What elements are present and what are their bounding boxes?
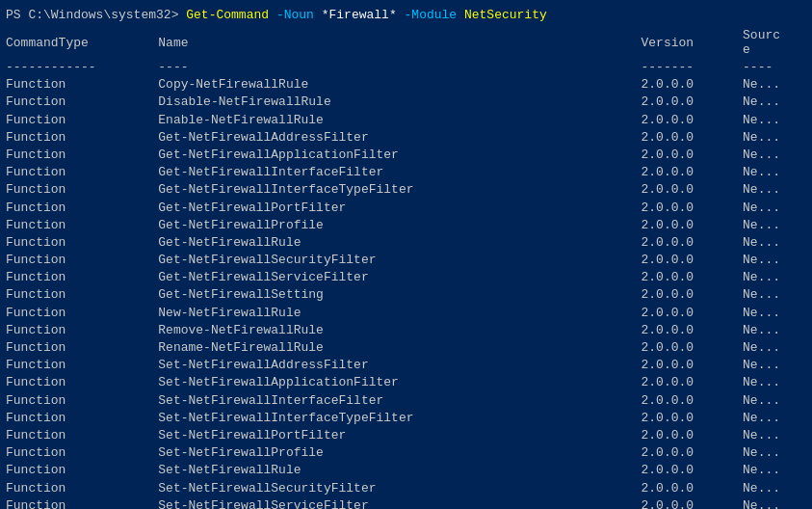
cell-23-1: Set-NetFirewallSecurityFilter (158, 480, 641, 497)
cell-19-1: Set-NetFirewallInterfaceTypeFilter (158, 410, 641, 427)
command-get: Get-Command (186, 8, 269, 22)
cell-16-2: 2.0.0.0 (642, 357, 744, 374)
prompt-text: PS C:\Windows\system32> (6, 8, 186, 22)
cell-13-3: Ne... (743, 305, 806, 322)
output-table: CommandType Name Version Source --------… (6, 28, 806, 509)
cell-21-0: Function (6, 444, 158, 462)
cell-3-1: Get-NetFirewallAddressFilter (158, 129, 641, 147)
col-header-version: Version (642, 28, 744, 59)
cell-24-1: Set-NetFirewallServiceFilter (158, 497, 641, 509)
cell-15-2: 2.0.0.0 (642, 339, 744, 357)
cell-5-0: Function (6, 164, 158, 181)
cell-1-2: 2.0.0.0 (642, 94, 744, 111)
cell-3-2: 2.0.0.0 (642, 129, 744, 147)
cell-18-1: Set-NetFirewallInterfaceFilter (158, 392, 641, 410)
cell-11-2: 2.0.0.0 (642, 269, 744, 286)
cell-20-3: Ne... (743, 427, 806, 444)
col-header-source: Source (743, 28, 806, 59)
cell-22-0: Function (6, 462, 158, 479)
cell-24-3: Ne... (743, 497, 806, 509)
cell-23-0: Function (6, 480, 158, 497)
cell-11-3: Ne... (743, 269, 806, 286)
cell-2-2: 2.0.0.0 (642, 112, 744, 129)
cell-2-1: Enable-NetFirewallRule (158, 112, 641, 129)
cell-2-0: Function (6, 112, 158, 129)
cell-3-3: Ne... (743, 129, 806, 147)
col-header-name: Name (158, 28, 641, 59)
cell-24-0: Function (6, 497, 158, 509)
cell-5-3: Ne... (743, 164, 806, 181)
cell-7-1: Get-NetFirewallPortFilter (158, 200, 641, 217)
cell-1-1: Disable-NetFirewallRule (158, 94, 641, 111)
cell-6-3: Ne... (743, 181, 806, 199)
table-row: FunctionEnable-NetFirewallRule2.0.0.0Ne.… (6, 112, 806, 129)
table-row: FunctionGet-NetFirewallSecurityFilter2.0… (6, 252, 806, 269)
table-row: FunctionGet-NetFirewallInterfaceTypeFilt… (6, 181, 806, 199)
cell-8-2: 2.0.0.0 (642, 217, 744, 234)
prompt-line: PS C:\Windows\system32> Get-Command -Nou… (6, 8, 806, 22)
cell-12-1: Get-NetFirewallSetting (158, 286, 641, 304)
table-row: FunctionSet-NetFirewallApplicationFilter… (6, 374, 806, 391)
table-row: FunctionSet-NetFirewallRule2.0.0.0Ne... (6, 462, 806, 479)
cell-20-1: Set-NetFirewallPortFilter (158, 427, 641, 444)
cell-9-3: Ne... (743, 234, 806, 252)
cell-4-1: Get-NetFirewallApplicationFilter (158, 147, 641, 164)
cell-2-3: Ne... (743, 112, 806, 129)
cell-4-2: 2.0.0.0 (642, 147, 744, 164)
table-row: FunctionSet-NetFirewallServiceFilter2.0.… (6, 497, 806, 509)
table-row: FunctionGet-NetFirewallAddressFilter2.0.… (6, 129, 806, 147)
cell-8-1: Get-NetFirewallProfile (158, 217, 641, 234)
cell-17-1: Set-NetFirewallApplicationFilter (158, 374, 641, 391)
cell-21-1: Set-NetFirewallProfile (158, 444, 641, 462)
cell-22-3: Ne... (743, 462, 806, 479)
cell-10-0: Function (6, 252, 158, 269)
cell-22-1: Set-NetFirewallRule (158, 462, 641, 479)
table-row: FunctionCopy-NetFirewallRule2.0.0.0Ne... (6, 76, 806, 94)
table-row: FunctionSet-NetFirewallProfile2.0.0.0Ne.… (6, 444, 806, 462)
cell-19-0: Function (6, 410, 158, 427)
cell-12-0: Function (6, 286, 158, 304)
cell-11-0: Function (6, 269, 158, 286)
cell-24-2: 2.0.0.0 (642, 497, 744, 509)
cell-0-1: Copy-NetFirewallRule (158, 76, 641, 94)
param-module: -Module (405, 8, 458, 22)
cell-6-0: Function (6, 181, 158, 199)
value-netsecurity: NetSecurity (464, 8, 547, 22)
cell-15-1: Rename-NetFirewallRule (158, 339, 641, 357)
cell-9-1: Get-NetFirewallRule (158, 234, 641, 252)
sep-type: ------------ (6, 59, 158, 76)
cell-15-3: Ne... (743, 339, 806, 357)
sep-version: ------- (642, 59, 744, 76)
param-noun: -Noun (276, 8, 314, 22)
cell-5-2: 2.0.0.0 (642, 164, 744, 181)
cell-10-2: 2.0.0.0 (642, 252, 744, 269)
sep-source: ---- (743, 59, 806, 76)
cell-19-2: 2.0.0.0 (642, 410, 744, 427)
cell-0-2: 2.0.0.0 (642, 76, 744, 94)
cell-22-2: 2.0.0.0 (642, 462, 744, 479)
table-row: FunctionRemove-NetFirewallRule2.0.0.0Ne.… (6, 322, 806, 339)
sep-name: ---- (158, 59, 641, 76)
cell-13-0: Function (6, 305, 158, 322)
table-row: FunctionSet-NetFirewallPortFilter2.0.0.0… (6, 427, 806, 444)
cell-17-0: Function (6, 374, 158, 391)
cell-9-0: Function (6, 234, 158, 252)
cell-7-2: 2.0.0.0 (642, 200, 744, 217)
table-row: FunctionNew-NetFirewallRule2.0.0.0Ne... (6, 305, 806, 322)
terminal-window: PS C:\Windows\system32> Get-Command -Nou… (6, 8, 806, 509)
table-row: FunctionRename-NetFirewallRule2.0.0.0Ne.… (6, 339, 806, 357)
cell-13-1: New-NetFirewallRule (158, 305, 641, 322)
cell-8-3: Ne... (743, 217, 806, 234)
cell-5-1: Get-NetFirewallInterfaceFilter (158, 164, 641, 181)
table-row: FunctionGet-NetFirewallProfile2.0.0.0Ne.… (6, 217, 806, 234)
table-separator: ------------ ---- ------- ---- (6, 59, 806, 76)
table-row: FunctionGet-NetFirewallRule2.0.0.0Ne... (6, 234, 806, 252)
cell-6-2: 2.0.0.0 (642, 181, 744, 199)
table-row: FunctionGet-NetFirewallSetting2.0.0.0Ne.… (6, 286, 806, 304)
cell-18-0: Function (6, 392, 158, 410)
cell-1-0: Function (6, 94, 158, 111)
table-row: FunctionGet-NetFirewallServiceFilter2.0.… (6, 269, 806, 286)
cell-4-0: Function (6, 147, 158, 164)
cell-7-0: Function (6, 200, 158, 217)
cell-20-0: Function (6, 427, 158, 444)
